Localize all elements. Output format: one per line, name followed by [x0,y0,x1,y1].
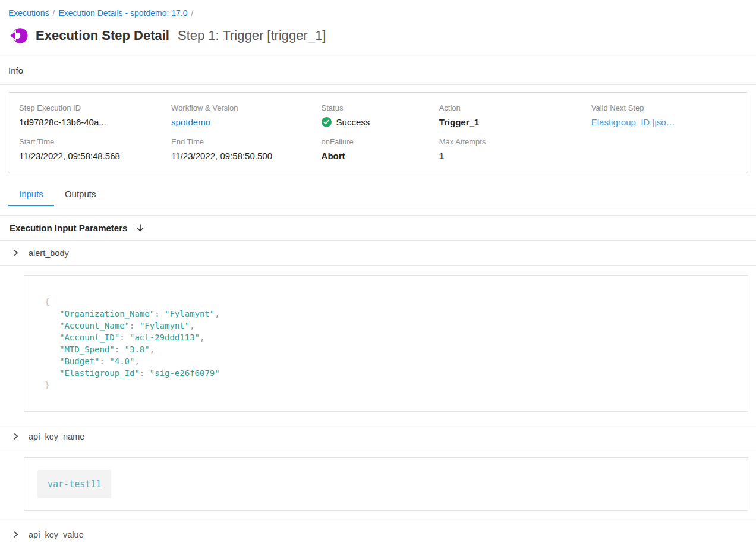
json-colon: : [140,368,150,378]
code-line: { [45,296,727,308]
json-code-block: { "Organization_Name": "Fylamynt", "Acco… [24,275,748,412]
field-action: Action Trigger_1 [439,103,591,127]
section-api-key-name-content: var-test11 [0,449,756,522]
section-api-key-name-header[interactable]: api_key_name [0,424,756,449]
field-value: 11/23/2022, 09:58:48.568 [19,151,171,161]
fylamynt-logo-icon [8,26,29,46]
page-header: Execution Step Detail Step 1: Trigger [t… [0,18,756,46]
json-key: "Account_Name" [59,321,130,330]
breadcrumb-separator: / [191,8,194,18]
json-colon: : [99,356,109,366]
json-value: "Fylamynt" [140,321,190,330]
field-label: Max Attempts [439,137,591,146]
json-key: "Organization_Name" [59,309,155,318]
json-comma: , [150,345,155,354]
json-value: "Fylamynt" [165,309,215,318]
json-value: "3.8" [125,345,150,354]
breadcrumb-link-execution-details[interactable]: Execution Details - spotdemo: 17.0 [58,8,187,18]
field-label: Workflow & Version [171,103,321,112]
tab-outputs[interactable]: Outputs [54,183,107,206]
field-value: 1 [439,151,591,161]
api-key-name-chip: var-test11 [37,470,111,498]
field-start-time: Start Time 11/23/2022, 09:58:48.568 [19,137,171,161]
field-label: Status [322,103,439,112]
tab-inputs[interactable]: Inputs [8,183,54,206]
breadcrumb-link-executions[interactable]: Executions [8,8,49,18]
json-colon: : [119,333,130,342]
code-line: "Account_ID": "act-29ddd113", [45,332,727,343]
next-step-link[interactable]: Elastigroup_ID [jso… [591,117,737,127]
chevron-right-icon [12,249,20,257]
api-key-name-box: var-test11 [24,457,748,511]
field-step-execution-id: Step Execution ID 1d97828c-13b6-40a... [19,103,171,127]
json-colon: : [115,345,125,354]
field-onfailure: onFailure Abort [322,137,439,161]
status-badge: Success [322,117,439,127]
json-value: "sig-e26f6079" [150,368,220,378]
json-value: "act-29ddd113" [130,333,200,342]
field-value: Abort [322,151,439,161]
page-subtitle: Step 1: Trigger [trigger_1] [178,28,326,43]
field-value: 1d97828c-13b6-40a... [19,117,171,127]
info-section-heading: Info [0,53,756,84]
field-end-time: End Time 11/23/2022, 09:58:50.500 [171,137,321,161]
field-valid-next-step: Valid Next Step Elastigroup_ID [jso… [591,103,737,127]
code-line: } [45,379,727,391]
section-name: alert_body [29,248,69,258]
json-comma: , [134,356,139,366]
breadcrumb: Executions/Execution Details - spotdemo:… [0,0,756,18]
field-max-attempts: Max Attempts 1 [439,137,591,161]
field-status: Status Success [322,103,439,127]
info-divider [0,84,756,85]
json-colon: : [130,321,140,330]
section-alert-body-header[interactable]: alert_body [0,241,756,266]
status-text: Success [336,117,370,127]
workflow-link[interactable]: spotdemo [171,117,321,127]
json-key: "Elastigroup_Id" [59,368,140,378]
json-close-brace: } [45,380,49,390]
code-line: "Elastigroup_Id": "sig-e26f6079" [45,367,727,379]
params-header: Execution Input Parameters [0,216,756,241]
field-value: 11/23/2022, 09:58:50.500 [171,151,321,161]
field-value: Trigger_1 [439,117,591,127]
section-api-key-value-header[interactable]: api_key_value [0,522,756,546]
code-line: "Organization_Name": "Fylamynt", [45,308,727,320]
field-workflow-version: Workflow & Version spotdemo [171,103,321,127]
params-title: Execution Input Parameters [10,223,127,233]
json-key: "Budget" [59,356,99,366]
json-key: "MTD_Spend" [59,345,115,354]
check-circle-icon [322,117,332,127]
field-label: onFailure [322,137,439,146]
field-label: Action [439,103,591,112]
field-label: End Time [171,137,321,146]
json-key: "Account_ID" [59,333,119,342]
execution-parameters-panel: Execution Input Parameters alert_body { … [0,215,756,546]
section-name: api_key_name [29,432,84,441]
collapse-all-arrow-down-icon[interactable] [136,223,145,233]
code-line: "MTD_Spend": "3.8", [45,343,727,355]
info-grid: Step Execution ID 1d97828c-13b6-40a... W… [19,103,737,161]
field-label: Start Time [19,137,171,146]
chevron-right-icon [12,531,20,538]
section-alert-body: alert_body { "Organization_Name": "Fylam… [0,241,756,424]
code-line: "Account_Name": "Fylamynt", [45,320,727,332]
chevron-right-icon [12,433,20,440]
json-comma: , [215,309,219,318]
section-api-key-value: api_key_value [0,522,756,546]
section-alert-body-content: { "Organization_Name": "Fylamynt", "Acco… [0,266,756,424]
section-name: api_key_value [29,530,84,539]
field-label: Valid Next Step [591,103,737,112]
json-comma: , [190,321,194,330]
page-title: Execution Step Detail [36,28,169,43]
field-label: Step Execution ID [19,103,171,112]
json-value: "4.0" [109,356,134,366]
json-open-brace: { [45,297,49,307]
tab-bar: Inputs Outputs [0,183,756,206]
code-line: "Budget": "4.0", [45,355,727,367]
info-card: Step Execution ID 1d97828c-13b6-40a... W… [8,92,748,173]
section-api-key-name: api_key_name var-test11 [0,424,756,522]
json-comma: , [200,333,204,342]
breadcrumb-separator: / [52,8,55,18]
json-colon: : [155,309,165,318]
